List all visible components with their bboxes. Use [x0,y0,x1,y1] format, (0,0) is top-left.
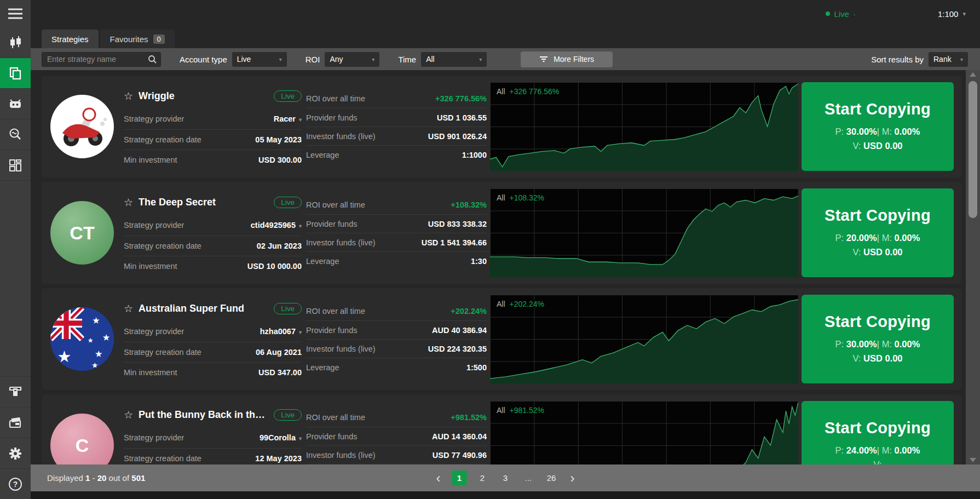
creation-value: 06 Aug 2021 [256,348,302,357]
provider-funds-label: Provider funds [306,326,358,335]
copy-fee-line-1: P: 24.00%| M: 0.00% [835,444,920,458]
chevron-down-icon: ▾ [299,435,302,441]
sidebar-item-help[interactable]: ? [0,468,31,499]
strategy-name: Australian Super Fund [139,303,244,314]
provider-value[interactable]: Racer▾ [274,114,302,123]
strategy-card: C ☆ Put the Bunny Back in the ... Live S… [42,394,961,464]
total-count: 501 [131,473,145,483]
search-input[interactable] [42,52,161,67]
svg-text:★: ★ [92,362,98,369]
equity-chart: All+202.24% [490,295,798,383]
help-question-icon: ? [8,477,22,491]
account-type-select[interactable]: Live ▾ [232,52,287,67]
page-button-26[interactable]: 26 [544,471,559,485]
provider-value[interactable]: ctid4925965▾ [251,221,302,230]
svg-text:★: ★ [88,337,93,343]
provider-value[interactable]: 99Corolla▾ [260,433,302,442]
scrollbar-down-arrow-icon[interactable] [970,458,976,462]
tabs-row: Strategies Favourites 0 [31,27,980,48]
chart-label: All+202.24% [497,300,544,308]
provider-funds-row: Provider funds USD 1 036.55 [306,108,487,127]
investor-funds-row: Investor funds (live) USD 224 320.35 [306,339,487,358]
time-select[interactable]: All ▾ [421,52,487,67]
roi-filter-label: ROI [305,55,320,64]
investor-funds-value: USD 224 320.35 [428,345,487,353]
roi-select[interactable]: Any ▾ [325,52,379,67]
next-page-button[interactable]: › [567,472,578,484]
page-button-2[interactable]: 2 [475,471,490,485]
scrollbar-thumb[interactable] [969,81,977,218]
sidebar-item-trade[interactable] [0,27,31,58]
vertical-scrollbar[interactable] [966,70,980,464]
sort-group: Sort results by Rank ▾ [871,52,968,67]
prev-page-button[interactable]: ‹ [433,472,444,484]
start-copying-button[interactable]: Start Copying P: 30.00%| M: 0.00% V: USD… [802,82,954,171]
page-button-3[interactable]: 3 [498,471,513,485]
top-bar: Live · 1:100 ▾ [31,0,980,27]
tab-favourites-label: Favourites [110,35,148,44]
min-investment-label: Min investment [124,156,177,164]
tab-strategies[interactable]: Strategies [42,30,99,48]
sort-select[interactable]: Rank ▾ [929,52,968,67]
sidebar-item-widgets[interactable] [0,150,31,181]
tab-favourites[interactable]: Favourites 0 [100,30,175,48]
copy-trading-icon [8,66,22,81]
favourite-star-icon[interactable]: ☆ [124,90,133,102]
provider-value[interactable]: hzha0067▾ [260,327,302,336]
wallet-icon [8,416,22,430]
sort-value: Rank [933,55,952,64]
investor-funds-value: USD 1 541 394.66 [422,238,487,247]
min-investment-row: Min investment USD 300.00 [124,150,302,170]
copy-fee-line-2: V: USD 0.00 [835,139,920,153]
favourite-star-icon[interactable]: ☆ [124,302,133,315]
sidebar-item-copy-trading[interactable] [0,58,31,89]
live-badge: Live [274,409,302,421]
account-status[interactable]: Live · [826,9,856,19]
strategy-summary-column: ☆ Wriggle Live Strategy provider Racer▾ … [124,84,302,170]
svg-text:★: ★ [58,349,71,364]
sidebar-item-wallet[interactable] [0,407,31,438]
copy-fee-line-1: P: 20.00%| M: 0.00% [835,231,920,245]
account-type-label: Account type [180,55,227,64]
sort-label: Sort results by [871,55,924,64]
main-area: Live · 1:100 ▾ Strategies Favourites 0 [31,0,980,499]
start-copying-button[interactable]: Start Copying P: 30.00%| M: 0.00% V: USD… [802,295,954,383]
roi-row: ROI over all time +108.32% [306,196,487,214]
strategy-card: CT ☆ The Deep Secret Live Strategy provi… [42,182,961,284]
favourite-star-icon[interactable]: ☆ [124,196,133,209]
analyze-magnifier-icon [8,128,22,142]
chart-roi-value: +108.32% [510,193,544,202]
favourite-star-icon[interactable]: ☆ [124,409,133,421]
provider-funds-value: AUD 40 386.94 [432,326,487,335]
start-copying-button[interactable]: Start Copying P: 20.00%| M: 0.00% V: USD… [802,188,954,277]
sidebar-bottom-group: ? [0,376,31,499]
live-status-dot-icon [826,12,830,16]
roi-row: ROI over all time +981.52% [306,408,487,427]
leverage-dropdown[interactable]: 1:100 ▾ [938,9,966,19]
sidebar-item-deposit[interactable] [0,376,31,407]
provider-funds-label: Provider funds [306,220,358,228]
avatar-initials: CT [70,222,94,244]
hamburger-menu-button[interactable] [0,0,31,27]
strategy-card: ☆ Wriggle Live Strategy provider Racer▾ … [42,76,961,177]
start-copying-button[interactable]: Start Copying P: 24.00%| M: 0.00% V: [802,401,954,464]
creation-value: 12 May 2023 [255,454,302,463]
page-button-1[interactable]: 1 [452,471,467,485]
provider-funds-value: USD 1 036.55 [437,113,487,122]
strategy-stats-column: ROI over all time +981.52% Provider fund… [306,408,487,464]
roi-label: ROI over all time [306,94,365,103]
sidebar-item-analyze[interactable] [0,119,31,150]
candlestick-chart-icon [8,36,22,50]
tab-strategies-label: Strategies [51,35,89,44]
more-filters-button[interactable]: More Filters [521,51,613,67]
leverage-value: 1:30 [471,257,487,266]
svg-text:?: ? [13,480,18,489]
leverage-value: 1:100 [938,9,959,19]
svg-text:★: ★ [103,333,110,342]
provider-label: Strategy provider [124,327,184,336]
sidebar-item-algo[interactable] [0,89,31,119]
provider-funds-row: Provider funds USD 833 338.32 [306,214,487,233]
scrollbar-up-arrow-icon[interactable] [970,72,976,77]
chevron-down-icon: ▾ [299,117,302,123]
sidebar-item-settings[interactable] [0,438,31,468]
